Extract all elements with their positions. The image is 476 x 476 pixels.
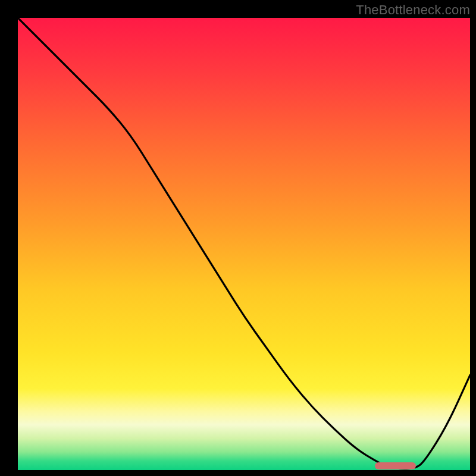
optimal-zone-marker [375,462,415,469]
chart-container: TheBottleneck.com [0,0,476,476]
watermark-text: TheBottleneck.com [356,2,470,18]
plot-area [18,18,470,470]
bottleneck-curve [18,18,470,470]
